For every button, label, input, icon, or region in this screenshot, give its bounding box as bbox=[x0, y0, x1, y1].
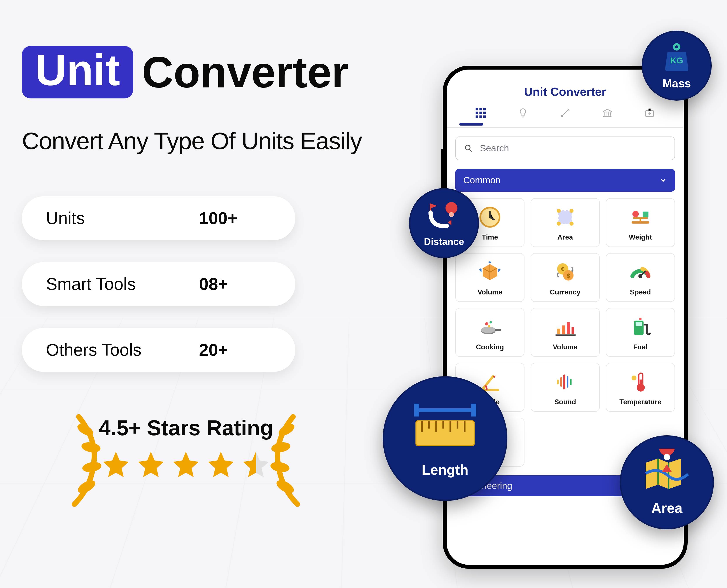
laurel-right-icon bbox=[267, 411, 311, 510]
tab-grid[interactable] bbox=[473, 105, 489, 121]
rating-text: 4.5+ Stars Rating bbox=[99, 416, 273, 440]
svg-point-19 bbox=[465, 145, 470, 150]
top-tabs bbox=[447, 105, 684, 121]
badge-length: Length bbox=[383, 376, 508, 501]
svg-rect-62 bbox=[414, 404, 419, 417]
pump-icon bbox=[628, 315, 653, 339]
svg-rect-17 bbox=[483, 115, 486, 118]
pill-label: Units bbox=[46, 208, 199, 228]
tile-label: Weight bbox=[629, 233, 652, 241]
tile-label: Temperature bbox=[619, 398, 661, 406]
tile-sound[interactable]: Sound bbox=[531, 363, 600, 412]
badge-label: Mass bbox=[662, 77, 691, 90]
svg-rect-42 bbox=[567, 322, 570, 334]
tile-speed[interactable]: Speed bbox=[606, 253, 675, 302]
svg-rect-36 bbox=[495, 329, 501, 331]
tile-temperature[interactable]: Temperature bbox=[606, 363, 675, 412]
section-common[interactable]: Common bbox=[455, 169, 675, 192]
hero-title: Unit Converter bbox=[22, 46, 415, 99]
svg-point-58 bbox=[675, 45, 678, 48]
svg-rect-16 bbox=[479, 115, 482, 118]
badge-area: Area bbox=[620, 435, 714, 529]
tile-label: Volume bbox=[477, 288, 502, 296]
gauge-icon bbox=[628, 260, 653, 284]
tile-cooking[interactable]: Cooking bbox=[455, 308, 525, 357]
tile-label: Volume bbox=[553, 343, 577, 351]
star-half-icon bbox=[240, 449, 271, 480]
svg-point-5 bbox=[271, 441, 291, 454]
svg-text:KG: KG bbox=[670, 56, 683, 65]
svg-rect-43 bbox=[572, 327, 574, 334]
coins-icon: €$ bbox=[553, 260, 577, 284]
tile-volume[interactable]: Volume bbox=[455, 253, 525, 302]
section-label: Common bbox=[463, 175, 500, 186]
stars-row bbox=[101, 449, 271, 480]
svg-text:€: € bbox=[561, 265, 564, 273]
svg-rect-21 bbox=[559, 211, 572, 224]
tile-weight[interactable]: Weight bbox=[606, 198, 675, 247]
svg-point-37 bbox=[485, 322, 488, 326]
svg-rect-13 bbox=[479, 111, 482, 114]
svg-rect-63 bbox=[471, 404, 476, 417]
tab-bank[interactable] bbox=[599, 105, 615, 121]
svg-point-35 bbox=[481, 327, 496, 333]
svg-rect-28 bbox=[643, 212, 648, 217]
stat-pill-others-tools: Others Tools 20+ bbox=[22, 328, 295, 372]
svg-rect-40 bbox=[557, 329, 560, 334]
svg-point-25 bbox=[570, 222, 574, 226]
svg-point-60 bbox=[449, 212, 454, 217]
badge-label: Length bbox=[422, 462, 468, 478]
pill-value: 20+ bbox=[199, 340, 228, 360]
search-icon bbox=[464, 144, 473, 153]
tile-fuel[interactable]: Fuel bbox=[606, 308, 675, 357]
svg-point-2 bbox=[82, 461, 102, 474]
search-input[interactable]: Search bbox=[455, 136, 675, 160]
pill-label: Others Tools bbox=[46, 340, 199, 360]
hero-subtitle: Convert Any Type Of Units Easily bbox=[22, 127, 415, 155]
chevron-down-icon bbox=[659, 176, 667, 184]
search-placeholder: Search bbox=[480, 143, 509, 153]
tile-currency[interactable]: €$Currency bbox=[531, 253, 600, 302]
tile-label: Cooking bbox=[476, 343, 504, 351]
star-icon bbox=[101, 449, 131, 480]
wave-icon bbox=[553, 370, 577, 394]
svg-point-27 bbox=[632, 211, 639, 217]
svg-point-3 bbox=[76, 478, 97, 496]
tile-area[interactable]: Area bbox=[531, 198, 600, 247]
pill-value: 08+ bbox=[199, 274, 228, 294]
tile-volume[interactable]: Volume bbox=[531, 308, 600, 357]
tab-bulb[interactable] bbox=[515, 105, 531, 121]
balance-icon bbox=[628, 205, 653, 229]
laurel-left-icon bbox=[61, 411, 105, 510]
pill-value: 100+ bbox=[199, 208, 237, 228]
svg-point-46 bbox=[639, 318, 642, 320]
ruler-icon bbox=[409, 399, 481, 460]
svg-rect-45 bbox=[636, 322, 642, 326]
svg-rect-41 bbox=[562, 326, 565, 334]
stat-pill-units: Units 100+ bbox=[22, 196, 295, 240]
svg-rect-9 bbox=[476, 108, 478, 110]
star-icon bbox=[206, 449, 236, 480]
badge-label: Area bbox=[651, 500, 682, 516]
badge-label: Distance bbox=[424, 236, 464, 247]
svg-rect-14 bbox=[483, 111, 486, 114]
tile-label: Sound bbox=[554, 398, 576, 406]
route-pin-icon bbox=[425, 199, 463, 234]
svg-point-1 bbox=[81, 441, 101, 454]
square-icon bbox=[553, 205, 577, 229]
thermo-icon bbox=[628, 370, 653, 394]
tab-medkit[interactable] bbox=[642, 105, 658, 121]
weight-kg-icon: KG bbox=[660, 41, 693, 75]
tab-ruler[interactable] bbox=[557, 105, 573, 121]
svg-rect-12 bbox=[476, 111, 478, 114]
tile-label: Area bbox=[557, 233, 573, 241]
svg-text:$: $ bbox=[567, 272, 570, 279]
star-icon bbox=[135, 449, 166, 480]
svg-point-7 bbox=[275, 478, 296, 496]
svg-point-55 bbox=[632, 376, 637, 380]
svg-point-23 bbox=[570, 209, 574, 213]
box-icon bbox=[478, 260, 502, 284]
badge-mass: KG Mass bbox=[642, 30, 712, 101]
svg-rect-15 bbox=[476, 115, 478, 118]
title-rest: Converter bbox=[142, 50, 349, 94]
